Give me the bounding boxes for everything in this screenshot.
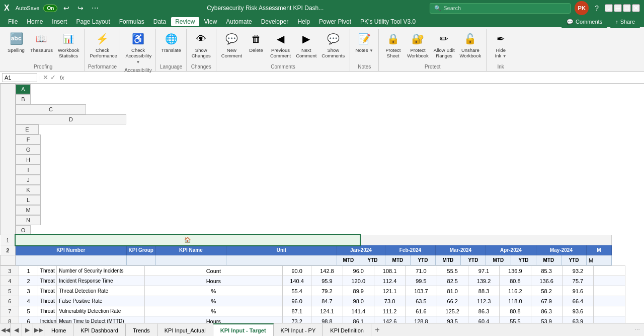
apr-mtd-cell: 60.4 — [468, 316, 499, 323]
menu-review[interactable]: Review — [171, 17, 199, 26]
row-num-6[interactable]: 6 — [1, 296, 19, 306]
tab-kpi-definition[interactable]: KPI Definition — [323, 323, 371, 336]
tab-nav-right[interactable]: ▶ — [22, 323, 33, 336]
tab-trends[interactable]: Trends — [126, 323, 157, 336]
tab-kpi-input-actual[interactable]: KPI Input_Actual — [157, 323, 213, 336]
ribbon-toggle[interactable]: ⌄ — [605, 4, 613, 12]
tab-nav-prev[interactable]: ◀◀ — [0, 323, 11, 336]
help-icon[interactable]: ? — [593, 3, 601, 13]
show-changes-button[interactable]: 👁 ShowChanges — [190, 29, 213, 60]
workbook-statistics-button[interactable]: 📊 WorkbookStatistics — [56, 29, 82, 60]
menu-help[interactable]: Help — [293, 17, 314, 26]
hide-ink-button[interactable]: ✒ HideInk ▼ — [490, 29, 512, 60]
mar-ytd-cell: 55.5 — [437, 266, 468, 276]
comments-button[interactable]: 💬 Comments — [561, 15, 607, 28]
row-num-2[interactable]: 2 — [1, 245, 16, 255]
menu-developer[interactable]: Developer — [257, 17, 293, 26]
menu-page-layout[interactable]: Page Layout — [72, 17, 114, 26]
col-header-i[interactable]: I — [16, 165, 41, 175]
col-header-k[interactable]: K — [16, 185, 41, 195]
translate-button[interactable]: 🌐 Translate — [159, 29, 183, 54]
jan-mtd-cell: 140.4 — [282, 276, 311, 286]
accessibility-label: Accessibility — [123, 66, 152, 75]
unshare-workbook-button[interactable]: 🔓 UnshareWorkbook — [458, 29, 484, 60]
add-sheet-button[interactable]: + — [371, 323, 383, 336]
col-header-a[interactable]: A — [16, 84, 31, 94]
menu-automate[interactable]: Automate — [222, 17, 256, 26]
search-input[interactable] — [443, 5, 554, 11]
check-accessibility-button[interactable]: ♿ CheckAccessibility ▼ — [123, 29, 152, 66]
col-header-e[interactable]: E — [16, 124, 39, 135]
formula-input[interactable] — [68, 75, 642, 81]
row-num-1[interactable]: 1 — [1, 235, 16, 245]
col-header-o[interactable]: O — [16, 225, 31, 235]
tab-kpi-input-target[interactable]: KPI Input - Target — [213, 323, 274, 336]
delete-comment-button[interactable]: 🗑 Delete — [245, 29, 267, 54]
insert-function-button[interactable]: fx — [58, 75, 66, 81]
menu-insert[interactable]: Insert — [48, 17, 71, 26]
menu-home[interactable]: Home — [23, 17, 47, 26]
share-button[interactable]: ↑ Share — [610, 15, 640, 28]
col-header-j[interactable]: J — [16, 175, 41, 185]
menu-power-pivot[interactable]: Power Pivot — [315, 17, 355, 26]
col-header-n[interactable]: N — [16, 215, 41, 225]
row-num-8[interactable]: 8 — [1, 316, 19, 323]
menu-file[interactable]: File — [4, 17, 22, 26]
menu-view[interactable]: View — [200, 17, 221, 26]
thesaurus-button[interactable]: 📖 Thesaurus — [28, 29, 55, 54]
col-header-l[interactable]: L — [16, 195, 41, 205]
row-num-4[interactable]: 4 — [1, 276, 19, 286]
confirm-formula-button[interactable]: ✓ — [50, 74, 56, 81]
autosave-toggle[interactable]: On — [43, 5, 57, 12]
row-num-7[interactable]: 7 — [1, 306, 19, 316]
next-comment-button[interactable]: ▶ NextComment — [294, 29, 318, 60]
tab-kpi-dashboard[interactable]: KPI Dashboard — [73, 323, 126, 336]
col-header-c[interactable]: C — [16, 104, 86, 114]
profile-avatar[interactable]: PK — [575, 1, 589, 15]
menu-data[interactable]: Data — [149, 17, 170, 26]
col-header-b[interactable]: B — [16, 94, 31, 104]
tab-kpi-input-py[interactable]: KPI Input - PY — [274, 323, 324, 336]
check-performance-button[interactable]: ⚡ CheckPerformance — [88, 29, 117, 60]
tab-nav-next[interactable]: ▶▶ — [33, 323, 44, 336]
cell-reference-box[interactable] — [2, 73, 37, 82]
minimize-button[interactable]: ─ — [614, 4, 622, 12]
allow-edit-ranges-button[interactable]: ✏ Allow EditRanges — [432, 29, 457, 60]
protect-workbook-button[interactable]: 🔐 ProtectWorkbook — [405, 29, 431, 60]
jan-mtd-cell: 90.0 — [282, 266, 311, 276]
redo-button[interactable]: ↪ — [75, 3, 86, 13]
new-comment-button[interactable]: 💬 NewComment — [219, 29, 244, 60]
undo-button[interactable]: ↩ — [61, 3, 71, 13]
may-mtd-cell: 85.3 — [531, 266, 562, 276]
row-num-5[interactable]: 5 — [1, 286, 19, 296]
row-num-3[interactable]: 3 — [1, 266, 19, 276]
protect-sheet-button[interactable]: 🔒 ProtectSheet — [382, 29, 404, 60]
apr-mtd-cell: 88.3 — [468, 286, 499, 296]
col-header-f[interactable]: F — [16, 135, 41, 145]
may-mtd-cell: 86.3 — [531, 306, 562, 316]
toolbar-more-btn[interactable]: ⋯ — [90, 3, 101, 13]
tab-nav-left[interactable]: ◀ — [11, 323, 22, 336]
mar-mtd-cell: 63.5 — [406, 296, 437, 306]
search-box[interactable]: 🔍 — [430, 3, 571, 14]
ribbon-group-comments: 💬 NewComment 🗑 Delete ◀ PreviousComment … — [216, 29, 351, 71]
grid-area[interactable]: A B C D E F G H I J K L M N O — [0, 84, 644, 323]
cancel-formula-button[interactable]: ✕ — [43, 74, 48, 81]
extra-cell — [594, 276, 625, 286]
menu-pk-utility[interactable]: PK's Utility Tool V3.0 — [356, 17, 420, 26]
col-header-g[interactable]: G — [16, 145, 41, 155]
spelling-button[interactable]: 🔤 Spelling — [5, 29, 27, 54]
previous-comment-button[interactable]: ◀ PreviousComment — [268, 29, 293, 60]
tab-home[interactable]: Home — [44, 323, 73, 336]
show-comments-button[interactable]: 💬 ShowComments — [319, 29, 347, 60]
col-header-h[interactable]: H — [16, 155, 41, 165]
home-icon-cell[interactable]: 🏠 — [16, 235, 360, 245]
check-performance-icon: ⚡ — [96, 31, 109, 47]
menu-formulas[interactable]: Formulas — [115, 17, 148, 26]
kpi-name-cell: Threat Detection Rate — [57, 286, 145, 296]
col-header-d[interactable]: D — [16, 114, 126, 124]
close-button[interactable]: ✕ — [632, 4, 640, 12]
restore-button[interactable]: □ — [623, 4, 631, 12]
col-header-m[interactable]: M — [16, 205, 41, 215]
notes-button[interactable]: 📝 Notes ▼ — [353, 29, 375, 55]
